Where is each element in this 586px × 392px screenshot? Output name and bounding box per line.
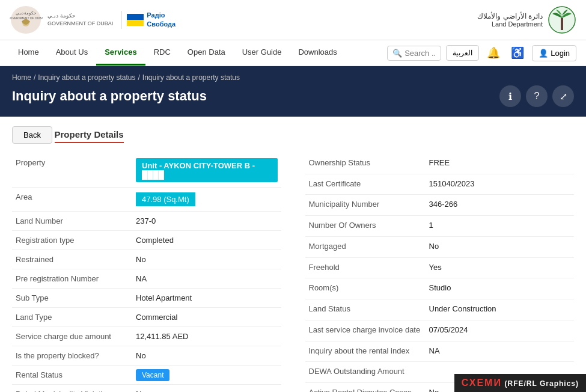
search-icon: 🔍 bbox=[392, 49, 402, 58]
breadcrumb-sep-2: / bbox=[138, 73, 139, 82]
svg-text:حكومة دبـي: حكومة دبـي bbox=[16, 11, 37, 16]
field-value: No bbox=[426, 236, 575, 257]
nav-right: 🔍 Search .. العربية 🔔 ♿ 👤 Login bbox=[387, 43, 576, 63]
page-actions: ℹ ? ⤢ bbox=[499, 85, 574, 107]
field-label: Land Status bbox=[305, 299, 426, 320]
field-label: Last service charge invoice date bbox=[305, 320, 426, 341]
field-value: 12,411.85 AED bbox=[132, 327, 281, 346]
watermark-subtext: (RFE/RL Graphics) bbox=[505, 379, 579, 388]
field-value: Studio bbox=[426, 278, 575, 299]
nav-opendata[interactable]: Open Data bbox=[179, 40, 234, 66]
field-label: Inquiry about the rental index bbox=[305, 341, 426, 362]
field-label: DEWA Outstanding Amount bbox=[305, 362, 426, 383]
table-row: Land Number 237-0 bbox=[12, 212, 281, 231]
watermark-text: СХЕМИ bbox=[462, 378, 502, 388]
field-label: Service charge due amount bbox=[12, 327, 132, 346]
land-dept-logo: دائرة الأراضي والأملاك Land Department bbox=[477, 12, 543, 28]
table-row: Last Certificate 151040/2023 bbox=[305, 174, 575, 195]
svg-rect-5 bbox=[561, 18, 563, 30]
left-property-table: Property Unit - AYKON CITY-TOWER B - ███… bbox=[12, 153, 281, 392]
nav-userguide[interactable]: User Guide bbox=[234, 40, 290, 66]
field-label: Property bbox=[12, 153, 132, 188]
land-dept-english: Land Department bbox=[492, 20, 543, 28]
palm-emblem-icon bbox=[548, 5, 576, 35]
table-row: Municipality Number 346-266 bbox=[305, 195, 575, 216]
login-button[interactable]: 👤 Login bbox=[532, 45, 576, 61]
field-value: Hotel Apartment bbox=[132, 289, 281, 308]
field-label: Registration type bbox=[12, 231, 132, 250]
field-label: Rental Status bbox=[12, 366, 132, 385]
field-value: Under Construction bbox=[426, 299, 575, 320]
table-row: Number Of Owners 1 bbox=[305, 216, 575, 237]
nav-home[interactable]: Home bbox=[10, 40, 47, 66]
header-left: حكومة دبـي GOVERNMENT OF DUBAI حكومة دبـ… bbox=[10, 5, 175, 35]
field-value: Yes bbox=[426, 257, 575, 278]
nav: Home About Us Services RDC Open Data Use… bbox=[0, 40, 586, 66]
field-value: NA bbox=[132, 269, 281, 289]
help-button[interactable]: ? bbox=[526, 85, 548, 107]
gov-logo: حكومة دبـي GOVERNMENT OF DUBAI حكومة دبـ… bbox=[10, 5, 113, 35]
table-row: Registration type Completed bbox=[12, 231, 281, 250]
table-row: Is the property blocked? No bbox=[12, 346, 281, 366]
search-label: Search .. bbox=[404, 49, 436, 58]
nav-links: Home About Us Services RDC Open Data Use… bbox=[10, 40, 346, 66]
gov-emblem-icon: حكومة دبـي GOVERNMENT OF DUBAI bbox=[10, 5, 43, 35]
table-row: Land Type Commercial bbox=[12, 308, 281, 327]
field-label: Mortgaged bbox=[305, 236, 426, 257]
field-label: Municipality Number bbox=[305, 195, 426, 216]
table-row: Sub Type Hotel Apartment bbox=[12, 289, 281, 308]
main-content: Back Property Details Property Unit - AY… bbox=[0, 117, 586, 392]
field-value: Vacant bbox=[132, 366, 281, 385]
field-value: No bbox=[132, 346, 281, 366]
info-button[interactable]: ℹ bbox=[499, 85, 521, 107]
table-row: Ownership Status FREE bbox=[305, 153, 575, 174]
table-row: Pre registration Number NA bbox=[12, 269, 281, 289]
header: حكومة دبـي GOVERNMENT OF DUBAI حكومة دبـ… bbox=[0, 0, 586, 40]
field-label: Last Certificate bbox=[305, 174, 426, 195]
field-label: Restrained bbox=[12, 250, 132, 269]
page-header: Home / Inquiry about a property status /… bbox=[0, 66, 586, 117]
field-label: Freehold bbox=[305, 257, 426, 278]
field-label: Is the property blocked? bbox=[12, 346, 132, 366]
table-row: Rental Status Vacant bbox=[12, 366, 281, 385]
accessibility-icon[interactable]: ♿ bbox=[508, 43, 527, 63]
field-label: Sub Type bbox=[12, 289, 132, 308]
radio-svoboda-logo: Радіо Свобода bbox=[121, 11, 175, 29]
section-title: Property Details bbox=[55, 129, 124, 143]
field-value: Unit - AYKON CITY-TOWER B - ████ bbox=[132, 153, 281, 188]
breadcrumb-home[interactable]: Home bbox=[12, 73, 31, 82]
field-value: 47.98 (Sq.Mt) bbox=[132, 188, 281, 212]
back-button[interactable]: Back bbox=[12, 126, 52, 144]
table-row: Service charge due amount 12,411.85 AED bbox=[12, 327, 281, 346]
field-value: FREE bbox=[426, 153, 575, 174]
nav-rdc[interactable]: RDC bbox=[145, 40, 179, 66]
svg-point-3 bbox=[22, 19, 29, 26]
details-grid: Property Unit - AYKON CITY-TOWER B - ███… bbox=[12, 153, 574, 392]
breadcrumb-inquiry[interactable]: Inquiry about a property status bbox=[38, 73, 135, 82]
page-title-row: Inquiry about a property status ℹ ? ⤢ bbox=[12, 85, 574, 107]
nav-services[interactable]: Services bbox=[96, 40, 145, 66]
field-value: NA bbox=[426, 341, 575, 362]
table-row: Last service charge invoice date 07/05/2… bbox=[305, 320, 575, 341]
right-property-table: Ownership Status FREE Last Certificate 1… bbox=[305, 153, 575, 392]
table-row: Mortgaged No bbox=[305, 236, 575, 257]
nav-downloads[interactable]: Downloads bbox=[290, 40, 345, 66]
page-title: Inquiry about a property status bbox=[12, 88, 207, 104]
field-value: 237-0 bbox=[132, 212, 281, 231]
field-value: Commercial bbox=[132, 308, 281, 327]
header-right: دائرة الأراضي والأملاك Land Department bbox=[477, 5, 576, 35]
field-label: Land Number bbox=[12, 212, 132, 231]
field-label: Pre registration Number bbox=[12, 269, 132, 289]
field-value: 07/05/2024 bbox=[426, 320, 575, 341]
radio-text: Радіо Свобода bbox=[147, 11, 175, 29]
arabic-button[interactable]: العربية bbox=[446, 45, 479, 61]
field-value: No bbox=[132, 250, 281, 269]
field-label: Room(s) bbox=[305, 278, 426, 299]
field-value: 151040/2023 bbox=[426, 174, 575, 195]
nav-about[interactable]: About Us bbox=[47, 40, 96, 66]
notification-icon[interactable]: 🔔 bbox=[484, 43, 503, 63]
user-icon: 👤 bbox=[539, 49, 548, 58]
field-label: Ownership Status bbox=[305, 153, 426, 174]
share-button[interactable]: ⤢ bbox=[552, 85, 574, 107]
search-box[interactable]: 🔍 Search .. bbox=[387, 46, 441, 61]
